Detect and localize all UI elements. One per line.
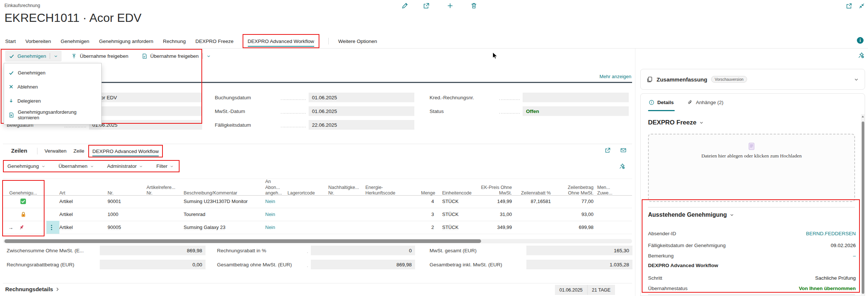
cell-zeilenrabatt[interactable]: 87,16581: [516, 199, 555, 204]
field-row-buchungsdatum: Buchungsdatum 01.06.2025: [215, 93, 414, 102]
buchungsdatum-value[interactable]: 01.06.2025: [309, 93, 414, 102]
delete-icon[interactable]: [470, 2, 477, 9]
info-icon[interactable]: i: [857, 37, 864, 44]
check-icon: [9, 70, 14, 76]
ribbon-administrator-dropdown[interactable]: Administrator: [107, 163, 143, 169]
show-more-link[interactable]: Mehr anzeigen: [599, 74, 631, 79]
share-icon[interactable]: [605, 147, 611, 153]
approve-split-button[interactable]: Genehmigen: [5, 50, 62, 61]
cell-ek-preis[interactable]: 31,00: [473, 212, 516, 217]
tab-vorbereiten[interactable]: Vorbereiten: [26, 39, 51, 44]
lines-tab-verwalten[interactable]: Verwalten: [45, 148, 66, 154]
edit-icon[interactable]: [401, 2, 408, 9]
cell-einheitencode[interactable]: STÜCK: [438, 199, 473, 204]
cell-beschreibung[interactable]: Tourenrad: [184, 212, 265, 217]
approve-button-label: Genehmigen: [17, 53, 46, 59]
menu-item-genehmigungsanforderung-stornieren[interactable]: Genehmigungsanforderung stornieren: [4, 108, 101, 122]
sender-value-link[interactable]: BERND.FEDDERSEN: [806, 231, 856, 236]
cell-zeilenbetrag[interactable]: 699,98: [555, 225, 597, 230]
cell-menge[interactable]: 4: [421, 199, 438, 204]
menu-divider: [328, 38, 329, 44]
cell-art[interactable]: Artikel: [59, 225, 73, 230]
cell-abo[interactable]: Nein: [265, 225, 287, 230]
document-icon: [749, 143, 754, 150]
cell-art[interactable]: Artikel: [59, 199, 108, 204]
dotted-leader: [307, 262, 308, 267]
belegdatum-value[interactable]: 01.06.2025: [89, 120, 202, 130]
ribbon-uebernahmen-dropdown[interactable]: Übernahmen: [59, 163, 94, 169]
freeze-section-toggle[interactable]: DEXPRO Freeze: [648, 119, 704, 126]
lines-ribbon: Genehmigung Übernahmen Administrator Fil…: [4, 161, 179, 172]
lines-tab-dexpro-advanced-workflow[interactable]: DEXPRO Advanced Workflow: [92, 149, 159, 156]
mwst-datum-value[interactable]: 01.06.2025: [309, 106, 414, 116]
cell-zeilenbetrag[interactable]: 93,00: [555, 212, 597, 217]
cell-art[interactable]: Artikel: [59, 212, 108, 217]
pending-row-sender: Absender-ID BERND.FEDDERSEN: [648, 229, 856, 237]
table-row[interactable]: Artikel 1000 Tourenrad Nein 3 STÜCK 31,0…: [3, 208, 632, 221]
collapse-window-icon[interactable]: [858, 3, 865, 9]
table-row-selected[interactable]: → Artikel 90005 Sumsing Galaxy 23 Nein 2…: [3, 221, 632, 234]
cell-beschreibung[interactable]: Sumsing Galaxy 23: [184, 225, 226, 230]
row-drag-handle[interactable]: [46, 221, 59, 234]
panel-scrollbar-thumb[interactable]: [862, 122, 864, 294]
vendor-name-field[interactable]: Acor EDV: [89, 93, 202, 102]
tab-genehmigen[interactable]: Genehmigen: [61, 39, 89, 44]
share-icon[interactable]: [423, 2, 430, 9]
chevron-down-icon[interactable]: [207, 54, 211, 58]
tab-rechnung[interactable]: Rechnung: [163, 39, 186, 44]
kred-rechnungsnr-value[interactable]: [523, 93, 629, 102]
tab-details[interactable]: Details: [649, 100, 674, 105]
cell-beschreibung[interactable]: Sumsing U23H1307D Monitor: [184, 199, 265, 204]
scrollbar-up-arrow[interactable]: [862, 116, 864, 117]
cell-nr[interactable]: 90001: [108, 199, 147, 204]
cell-nr[interactable]: 1000: [108, 212, 147, 217]
table-row[interactable]: Artikel 90001 Sumsing U23H1307D Monitor …: [3, 195, 632, 208]
chevron-down-icon[interactable]: [54, 54, 58, 58]
release-takeover-button[interactable]: Übernahme freigeben: [68, 50, 132, 61]
faelligkeitsdatum-value[interactable]: 22.06.2025: [309, 120, 414, 130]
panel-scrollbar-track[interactable]: [861, 114, 865, 296]
tab-start[interactable]: Start: [5, 39, 16, 44]
menu-item-genehmigen[interactable]: Genehmigen: [4, 66, 101, 80]
cell-abo[interactable]: Nein: [265, 212, 287, 217]
ribbon-genehmigung-dropdown[interactable]: Genehmigung: [7, 163, 45, 169]
remark-value[interactable]: –: [853, 253, 856, 259]
empty-field[interactable]: [89, 106, 202, 116]
table-horizontal-scrollbar-track[interactable]: [3, 239, 632, 243]
pending-approval-toggle[interactable]: Ausstehende Genehmigung: [648, 212, 734, 218]
new-icon[interactable]: [447, 2, 454, 9]
cell-zeilenbetrag[interactable]: 77,00: [555, 199, 597, 204]
cell-einheitencode[interactable]: STÜCK: [438, 212, 473, 217]
table-header-row: Genehmigu... Art Nr. Artikelrefere... Nr…: [3, 179, 632, 196]
unpin-icon[interactable]: [858, 52, 864, 59]
open-in-window-icon[interactable]: [846, 3, 852, 9]
table-horizontal-scrollbar-thumb[interactable]: [4, 239, 481, 243]
tab-dexpro-freeze[interactable]: DEXPRO Freeze: [195, 39, 234, 44]
tab-weitere-optionen[interactable]: Weitere Optionen: [338, 39, 377, 44]
rechnungsrabattbetrag-value[interactable]: 0,00: [100, 260, 206, 269]
menu-item-delegieren[interactable]: Delegieren: [4, 94, 101, 108]
cell-einheitencode[interactable]: STÜCK: [442, 225, 458, 230]
rechnungsdetails-section-toggle[interactable]: Rechnungsdetails: [5, 286, 60, 292]
menu-item-ablehnen[interactable]: Ablehnen: [4, 80, 101, 94]
mail-icon[interactable]: [620, 147, 627, 153]
chevron-down-icon[interactable]: [854, 77, 859, 82]
cell-menge[interactable]: 3: [421, 212, 438, 217]
release-takeover-split-button[interactable]: Übernahme freigeben: [138, 50, 214, 61]
tab-genehmigung-anfordern[interactable]: Genehmigung anfordern: [99, 39, 153, 44]
cell-ek-preis[interactable]: 149,99: [473, 199, 516, 204]
tab-dexpro-advanced-workflow-active[interactable]: DEXPRO Advanced Workflow: [248, 39, 314, 47]
cell-abo[interactable]: Nein: [265, 199, 287, 204]
summary-card-header[interactable]: Zusammenfassung Vorschauversion: [640, 69, 865, 90]
tab-attachments[interactable]: Anhänge (2): [687, 100, 723, 105]
lines-tab-zeile[interactable]: Zeile: [73, 148, 84, 154]
rechnungsrabatt-pct-value[interactable]: 0: [311, 246, 415, 255]
cell-ek-preis[interactable]: 349,99: [473, 225, 516, 230]
unpin-icon[interactable]: [619, 163, 625, 169]
app-breadcrumb[interactable]: Einkaufsrechnung: [4, 3, 40, 8]
file-dropzone[interactable]: Dateien hier ablegen oder klicken zum Ho…: [648, 134, 855, 202]
total-row-zwischensumme: Zwischensumme Ohne MwSt. (E... 869,98: [7, 246, 202, 255]
ribbon-filter-dropdown[interactable]: Filter: [156, 163, 174, 169]
cell-nr[interactable]: 90005: [108, 225, 121, 230]
cell-menge[interactable]: 2: [421, 225, 438, 230]
